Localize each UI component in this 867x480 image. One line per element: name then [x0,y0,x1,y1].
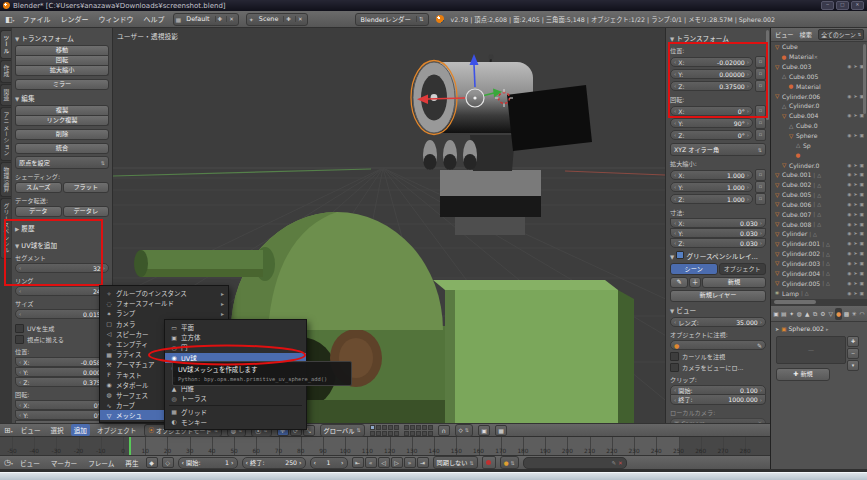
keyframe-insert-icon[interactable]: ◆ [146,457,158,468]
lock-icon[interactable]: ▫ [755,68,766,80]
lock-cursor-checkbox[interactable]: カーソルを注視 [670,352,766,361]
selectability-arrow-icon[interactable]: ➤ [853,261,857,266]
decrement-icon[interactable]: ‹ [674,240,676,246]
layer-toggle[interactable] [388,425,393,430]
increment-icon[interactable]: › [760,240,762,246]
decrement-icon[interactable]: ‹ [19,412,21,418]
increment-icon[interactable]: › [747,83,749,89]
layer-toggle[interactable] [394,425,399,430]
rotation-mode-dropdown[interactable]: XYZ オイラー角⇅ [670,143,766,156]
decrement-icon[interactable]: ‹ [674,184,676,190]
layer-toggle[interactable] [422,425,427,430]
number-field[interactable]: ‹X:0.030› [670,218,766,228]
clip-end-field[interactable]: ‹終了:1000.000› [670,395,766,405]
renderability-camera-icon[interactable]: ▣ [859,231,864,236]
panel-header-add-uv-sphere[interactable]: ▼ UV球を追加 [15,240,109,250]
viewport-menu-3[interactable]: オブジェクト [94,424,140,436]
layer-toggle[interactable] [394,431,399,436]
infobar-menu-1[interactable]: レンダー [60,14,90,24]
shelf-tab-3[interactable]: アニメーション [0,107,11,161]
outliner-row[interactable]: ▽Cylinder.002|△◉➤▣ [771,249,867,259]
increment-icon[interactable]: › [747,108,749,114]
selectability-arrow-icon[interactable]: ➤ [853,133,857,138]
renderability-camera-icon[interactable]: ▣ [859,172,864,177]
outliner-row[interactable]: ▽Cylinder.006◉➤▣ [771,91,867,101]
mesh-menu-item[interactable]: ○円 [165,342,306,352]
new-material-button[interactable]: ✚ 新規 [776,368,830,381]
editor-type-icon[interactable]: ◧▾ [5,15,15,24]
panel-header-history[interactable]: ▶ 履歴 [15,223,109,233]
visibility-eye-icon[interactable]: ◉ [847,182,851,187]
close-scene-button[interactable]: ✕ [295,16,305,22]
world-icon[interactable]: ◍ [795,308,803,320]
eyedropper-icon[interactable]: ✎ [611,460,616,466]
outliner-row[interactable]: ▽Cube.003◉➤▣ [771,62,867,72]
selectability-arrow-icon[interactable]: ➤ [853,271,857,276]
layer-toggle[interactable] [370,431,375,436]
outliner-row[interactable]: ▽Cube.008|△◉➤▣ [771,219,867,229]
lock-icon[interactable]: ▫ [755,80,766,92]
editor-type-icon[interactable]: ◷▾ [4,458,13,467]
shelf-tab-4[interactable]: 物理演算 [0,162,11,197]
render-icon[interactable]: ▣ [772,308,780,320]
keying-set-dropdown[interactable]: ●⇅ [500,456,519,469]
snap-magnet-icon[interactable]: ∩ [438,425,450,436]
layers-widget[interactable] [404,425,433,436]
mesh-menu-item[interactable]: ▭平面 [165,322,306,332]
renderability-camera-icon[interactable]: ▣ [859,133,864,138]
layers-widget[interactable] [370,425,399,436]
outliner-row[interactable]: ▽Cylinder.0◉➤▣ [771,160,867,170]
decrement-icon[interactable]: ‹ [674,220,676,226]
shade-smooth-button[interactable]: スムーズ [15,182,62,193]
editor-type-icon[interactable]: ⊞▾ [4,426,13,435]
delete-button[interactable]: 削除 [15,129,109,140]
number-field[interactable]: ‹Y:1.000› [670,182,753,192]
decrement-icon[interactable]: ‹ [19,369,21,375]
lock-icon[interactable]: ▫ [755,117,766,129]
layer-toggle[interactable] [370,425,375,430]
scene-widget[interactable]: ✦ Scene ✚ ✕ [246,13,308,26]
renderability-camera-icon[interactable]: ▣ [859,271,864,276]
plus-icon[interactable]: ＋ [689,277,701,288]
visibility-eye-icon[interactable]: ◉ [847,222,851,227]
add-menu-item[interactable]: ✧グループのインスタンス▸ [100,288,228,298]
visibility-eye-icon[interactable]: ◉ [847,212,851,217]
outliner-row[interactable]: △Cylinder.0 [771,101,867,111]
outliner-row[interactable]: ●Material [771,81,867,91]
lock-icon[interactable]: ▫ [755,105,766,117]
increment-icon[interactable]: › [747,196,749,202]
set-origin-dropdown[interactable]: 原点を設定⇅ [15,156,109,169]
renderability-camera-icon[interactable]: ▣ [859,192,864,197]
increment-icon[interactable]: › [747,71,749,77]
infobar-menu-3[interactable]: ヘルプ [143,14,166,24]
decrement-icon[interactable]: ‹ [19,359,21,365]
selectability-arrow-icon[interactable]: ➤ [853,222,857,227]
mesh-menu-item[interactable]: ◎トーラス [165,393,306,403]
scale-button[interactable]: 拡大縮小 [15,66,109,76]
lens-field[interactable]: ‹レンズ:35.000› [670,317,766,327]
selectability-arrow-icon[interactable]: ➤ [853,241,857,246]
panel-header-grease-pencil[interactable]: ▼ グリースペンシルレイ... [670,251,766,261]
render-opengl-anim-icon[interactable]: ▦ [495,425,507,436]
snap-element-dropdown[interactable]: ◇⇅ [455,424,473,437]
shelf-tab-2[interactable]: 関連 [0,84,11,107]
number-field[interactable]: ‹Y:90°› [670,118,753,128]
panel-header-transform[interactable]: ▼ トランスフォーム [15,33,109,43]
lock-icon[interactable]: ▫ [755,129,766,141]
visibility-eye-icon[interactable]: ◉ [847,251,851,256]
eyedropper-icon[interactable]: ✎ [757,342,762,349]
outliner-menu-search[interactable]: 検索 [799,30,813,39]
mesh-menu-item[interactable]: ▣立方体 [165,332,306,342]
back-arrow-icon[interactable]: ➤ [775,326,779,332]
object-data-icon[interactable]: ▽ [827,308,835,320]
slot-specials-button[interactable]: ▾ [847,360,859,371]
decrement-icon[interactable]: ‹ [674,172,676,178]
selectability-arrow-icon[interactable]: ➤ [853,212,857,217]
visibility-eye-icon[interactable]: ◉ [847,64,851,69]
data-layout-transfer-button[interactable]: データレ [63,206,110,217]
rotate-button[interactable]: 回転 [15,56,109,66]
decrement-icon[interactable]: ‹ [19,379,21,385]
outliner-row[interactable]: ▽Cube.006|△◉➤▣ [771,200,867,210]
current-frame-field[interactable]: ‹1› [310,457,348,469]
increment-icon[interactable]: › [747,120,749,126]
